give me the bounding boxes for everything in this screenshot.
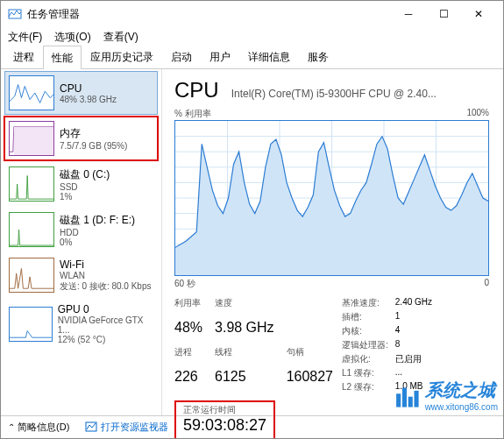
cpu-title: CPU xyxy=(174,78,219,103)
resmon-icon xyxy=(85,421,97,435)
sidebar-cpu-detail: 48% 3.98 GHz xyxy=(60,95,117,104)
sidebar-gpu0-detail1: NVIDIA GeForce GTX 1... xyxy=(58,315,153,335)
cpu-thumb-icon xyxy=(9,75,54,110)
brief-info-toggle[interactable]: ⌃ 简略信息(D) xyxy=(8,421,69,434)
value-procs: 226 xyxy=(174,369,202,393)
menu-options[interactable]: 选项(O) xyxy=(54,30,90,45)
sidebar-wifi-detail1: WLAN xyxy=(60,271,152,280)
maximize-button[interactable]: ☐ xyxy=(426,1,461,27)
cpu-graph[interactable] xyxy=(174,120,489,276)
sidebar-item-disk0[interactable]: 磁盘 0 (C:) SSD 1% xyxy=(4,162,158,206)
menu-view[interactable]: 查看(V) xyxy=(103,30,138,45)
label-threads: 线程 xyxy=(215,346,274,367)
value-uptime: 59:03:08:27 xyxy=(183,416,266,435)
tab-startup[interactable]: 启动 xyxy=(162,45,201,68)
label-virt: 虚拟化: xyxy=(342,353,388,365)
value-l2: 1.0 MB xyxy=(395,381,432,393)
tab-users[interactable]: 用户 xyxy=(201,45,239,68)
value-threads: 6125 xyxy=(215,369,274,393)
tab-bar: 进程 性能 应用历史记录 启动 用户 详细信息 服务 xyxy=(1,46,503,69)
wifi-thumb-icon xyxy=(9,258,54,293)
sidebar-wifi-label: Wi-Fi xyxy=(60,258,152,271)
label-speed: 速度 xyxy=(215,297,274,318)
memory-thumb-icon xyxy=(9,121,54,156)
sidebar-disk1-detail1: HDD xyxy=(60,228,135,237)
tab-processes[interactable]: 进程 xyxy=(4,45,43,68)
value-l1: ... xyxy=(395,367,432,379)
app-icon xyxy=(8,7,22,21)
sidebar-disk0-detail2: 1% xyxy=(60,192,110,202)
tab-performance[interactable]: 性能 xyxy=(43,46,82,69)
sidebar-disk0-detail1: SSD xyxy=(60,182,110,192)
label-handles: 句柄 xyxy=(287,346,333,367)
sidebar-item-wifi[interactable]: Wi-Fi WLAN 发送: 0 接收: 80.0 Kbps xyxy=(4,253,158,297)
graph-label-bottomright: 0 xyxy=(484,278,489,290)
uptime-box: 正常运行时间 59:03:08:27 xyxy=(174,400,275,439)
window-title: 任务管理器 xyxy=(27,7,391,22)
label-uptime: 正常运行时间 xyxy=(183,404,266,416)
label-l2: L2 缓存: xyxy=(342,381,388,393)
label-logical: 逻辑处理器: xyxy=(342,339,388,351)
graph-label-topright: 100% xyxy=(466,108,489,120)
open-resmon-link[interactable]: 打开资源监视器 xyxy=(85,421,168,435)
sidebar-wifi-detail2: 发送: 0 接收: 80.0 Kbps xyxy=(60,280,152,293)
graph-label-topleft: % 利用率 xyxy=(174,108,211,120)
label-procs: 进程 xyxy=(174,346,202,367)
sidebar-disk1-label: 磁盘 1 (D: F: E:) xyxy=(60,213,135,228)
cpu-model: Intel(R) Core(TM) i5-9300HF CPU @ 2.40..… xyxy=(231,88,489,100)
sidebar-disk1-detail2: 0% xyxy=(60,237,135,247)
label-util: 利用率 xyxy=(174,297,202,318)
sidebar-item-disk1[interactable]: 磁盘 1 (D: F: E:) HDD 0% xyxy=(4,208,158,251)
value-speed: 3.98 GHz xyxy=(215,320,274,344)
label-sockets: 插槽: xyxy=(342,311,388,323)
disk1-thumb-icon xyxy=(9,212,54,247)
value-basespeed: 2.40 GHz xyxy=(395,297,432,309)
main-panel: CPU Intel(R) Core(TM) i5-9300HF CPU @ 2.… xyxy=(162,69,503,415)
minimize-button[interactable]: ─ xyxy=(391,1,426,27)
sidebar: CPU 48% 3.98 GHz 内存 7.5/7.9 GB (95%) 磁盘 … xyxy=(1,69,162,415)
tab-apphistory[interactable]: 应用历史记录 xyxy=(82,45,162,68)
value-util: 48% xyxy=(174,320,202,344)
sidebar-disk0-label: 磁盘 0 (C:) xyxy=(60,167,110,182)
menu-file[interactable]: 文件(F) xyxy=(8,30,42,45)
label-cores: 内核: xyxy=(342,325,388,337)
sidebar-gpu0-label: GPU 0 xyxy=(58,303,153,315)
svg-rect-1 xyxy=(14,127,53,155)
value-cores: 4 xyxy=(395,325,432,337)
tab-details[interactable]: 详细信息 xyxy=(239,45,299,68)
sidebar-memory-label: 内存 xyxy=(60,126,127,141)
close-button[interactable]: ✕ xyxy=(461,1,496,27)
sidebar-item-memory[interactable]: 内存 7.5/7.9 GB (95%) xyxy=(4,117,158,160)
sidebar-item-cpu[interactable]: CPU 48% 3.98 GHz xyxy=(4,71,158,115)
chevron-down-icon: ⌃ xyxy=(8,422,15,432)
value-sockets: 1 xyxy=(395,311,432,323)
value-virt: 已启用 xyxy=(395,353,432,365)
sidebar-cpu-label: CPU xyxy=(60,82,117,95)
disk0-thumb-icon xyxy=(9,166,54,202)
value-logical: 8 xyxy=(395,339,432,351)
label-basespeed: 基准速度: xyxy=(342,297,388,309)
label-l1: L1 缓存: xyxy=(342,367,388,379)
sidebar-item-gpu0[interactable]: GPU 0 NVIDIA GeForce GTX 1... 12% (52 °C… xyxy=(4,299,158,349)
tab-services[interactable]: 服务 xyxy=(299,45,337,68)
gpu0-thumb-icon xyxy=(9,307,53,342)
graph-label-bottomleft: 60 秒 xyxy=(174,278,195,290)
sidebar-memory-detail: 7.5/7.9 GB (95%) xyxy=(60,141,127,151)
sidebar-gpu0-detail2: 12% (52 °C) xyxy=(58,335,153,344)
value-handles: 160827 xyxy=(287,369,333,393)
